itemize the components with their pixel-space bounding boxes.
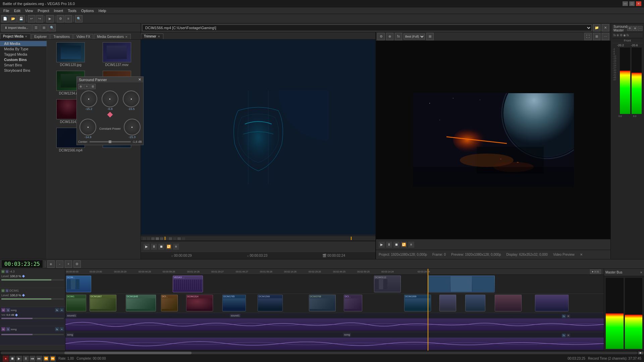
- clip-v2-dci[interactable]: DCI...: [161, 295, 178, 311]
- preview-browse[interactable]: 📁: [593, 24, 600, 32]
- track1-mute[interactable]: M: [1, 270, 5, 273]
- close-button[interactable]: ✕: [636, 1, 641, 6]
- main-loop[interactable]: 🔁: [401, 242, 407, 248]
- clip-v2-far-r3[interactable]: [495, 295, 522, 311]
- preview-quality-select[interactable]: Best (Full): [404, 34, 425, 40]
- trimmer-menu[interactable]: ≡: [173, 244, 179, 250]
- menu-edit[interactable]: Edit: [12, 8, 22, 13]
- clip-v2-1845[interactable]: DCIM1845: [126, 295, 156, 311]
- audio2-solo[interactable]: S: [6, 327, 10, 331]
- master-bus-close[interactable]: ✕: [640, 271, 643, 274]
- track2-mute[interactable]: M: [1, 289, 5, 292]
- transport-next[interactable]: ⏭: [36, 356, 42, 362]
- audio1-solo[interactable]: S: [6, 308, 10, 312]
- media-filter-btn[interactable]: ⊞: [40, 24, 48, 32]
- redo-btn[interactable]: ↪: [36, 15, 43, 22]
- trimmer-loop[interactable]: 🔁: [166, 244, 172, 250]
- clip-v1-far-right[interactable]: [428, 276, 495, 292]
- menu-view[interactable]: View: [23, 8, 35, 13]
- menu-file[interactable]: File: [1, 8, 11, 13]
- clip-v2-1314[interactable]: DCIM1314: [186, 295, 213, 311]
- media-search-btn[interactable]: 🔍: [48, 24, 56, 32]
- clip-v2-far-r4[interactable]: [535, 295, 569, 311]
- trimmer-play[interactable]: ▶: [144, 244, 150, 250]
- transport-play[interactable]: ▶: [16, 356, 22, 362]
- tab-explorer[interactable]: Explorer: [31, 34, 50, 39]
- import-media-btn[interactable]: ⬇ Import Media...: [1, 24, 32, 32]
- tree-media-by-type[interactable]: Media By Type: [0, 46, 47, 52]
- tree-storyboard-bins[interactable]: Storyboard Bins: [0, 68, 47, 73]
- minimize-button[interactable]: —: [623, 1, 628, 6]
- clip-v2-1999[interactable]: DCIM1999: [404, 295, 431, 311]
- transport-record[interactable]: ●: [3, 356, 9, 362]
- main-play[interactable]: ▶: [379, 242, 385, 248]
- audio2-fx[interactable]: fx: [55, 327, 59, 331]
- audio2-env[interactable]: ≡: [60, 327, 64, 331]
- clip-v2-1566[interactable]: DCIM1566: [258, 295, 283, 311]
- menu-options[interactable]: Options: [79, 8, 96, 13]
- media-thumb-dcim1120[interactable]: DCIM1120.jpg: [48, 41, 93, 68]
- preview-settings[interactable]: ⚙: [377, 33, 385, 40]
- tab-video-fx[interactable]: Video FX: [73, 34, 93, 39]
- preview-channels[interactable]: ⊞: [426, 33, 434, 40]
- open-btn[interactable]: 📂: [9, 15, 17, 22]
- clip-v2-1[interactable]: DCIM1: [66, 295, 86, 311]
- main-pause[interactable]: ⏸: [386, 242, 392, 248]
- tree-all-media[interactable]: All Media: [0, 41, 47, 46]
- preview-snap2[interactable]: ⊞: [593, 33, 600, 40]
- surround-panner-close[interactable]: ✕: [138, 77, 141, 82]
- sm-snap[interactable]: ⊕: [633, 26, 637, 31]
- clip-v2-dci-r[interactable]: DCI...: [344, 295, 362, 311]
- tab-transitions[interactable]: Transitions: [50, 34, 73, 39]
- clip-v2-1867[interactable]: DCIM1867: [90, 295, 116, 311]
- panner-tool-1[interactable]: ⊕: [78, 84, 84, 89]
- clip-v1-right[interactable]: DCIM3112: [374, 276, 401, 292]
- timeline-snap[interactable]: ⊕: [47, 260, 55, 268]
- main-menu[interactable]: ≡: [408, 242, 414, 248]
- save-btn[interactable]: 💾: [17, 15, 25, 22]
- tab-close-trimmer[interactable]: ✕: [158, 35, 160, 38]
- clip-v1-vegas[interactable]: VEGAS ...: [173, 276, 203, 292]
- transport-rewind[interactable]: ⏪: [43, 356, 49, 362]
- clip-v1-1[interactable]: DCIM...: [66, 276, 91, 292]
- tree-smart-bins[interactable]: Smart Bins: [0, 62, 47, 68]
- new-btn[interactable]: 📄: [1, 15, 9, 22]
- tab-media-generators[interactable]: Media Generators ✕: [94, 34, 131, 39]
- trimmer-stop[interactable]: ⏹: [158, 244, 164, 250]
- panner-knob-left[interactable]: [80, 90, 97, 107]
- track1-solo[interactable]: S: [5, 270, 9, 273]
- play-btn[interactable]: ▶: [46, 15, 54, 22]
- audio1-mute[interactable]: M: [1, 308, 5, 312]
- audio1-env[interactable]: ≡: [60, 308, 64, 312]
- preview-path-combo[interactable]: DCIM1566.mp4 [C:\User\Footage\Gaming\]: [142, 24, 592, 31]
- track1-level-slider[interactable]: [1, 279, 64, 281]
- timeline-zoom-in[interactable]: +: [65, 260, 72, 268]
- audio2-vol-slider[interactable]: [1, 334, 64, 335]
- tab-trimmer[interactable]: Trimmer ✕: [141, 34, 163, 39]
- maximize-button[interactable]: □: [629, 1, 635, 6]
- menu-help[interactable]: Help: [97, 8, 108, 13]
- clip-v2-far-r1[interactable]: [439, 295, 456, 311]
- transport-prev[interactable]: ⏮: [30, 356, 36, 362]
- panner-tool-3[interactable]: ⊞: [90, 84, 96, 89]
- transport-stop[interactable]: ⏹: [9, 356, 15, 362]
- preview-fx[interactable]: fx: [395, 33, 402, 40]
- track2-solo[interactable]: S: [5, 289, 9, 292]
- timeline-settings[interactable]: ⚙: [73, 260, 81, 268]
- preview-overflow[interactable]: ⋯: [602, 33, 609, 40]
- clip-v2-3768[interactable]: DCIM3768: [309, 295, 336, 311]
- preview-snap[interactable]: ⊕: [386, 33, 393, 40]
- transport-pause[interactable]: ⏸: [23, 356, 29, 362]
- clip-v2-1765[interactable]: DCIM1765: [222, 295, 246, 311]
- panner-tool-2[interactable]: +: [84, 84, 90, 89]
- audio1-fx[interactable]: fx: [55, 308, 59, 312]
- properties-btn[interactable]: ≡: [65, 15, 72, 22]
- trimmer-pause[interactable]: ⏸: [151, 244, 157, 250]
- preview-remove[interactable]: ✕: [602, 24, 609, 32]
- sm-more[interactable]: ⋯: [638, 26, 643, 31]
- panner-knob-center[interactable]: [102, 90, 118, 107]
- audio1-vol-slider[interactable]: [1, 318, 64, 319]
- media-view-btn[interactable]: ☰: [32, 24, 40, 32]
- menu-tools[interactable]: Tools: [66, 8, 78, 13]
- sm-settings[interactable]: ⚙: [627, 26, 632, 31]
